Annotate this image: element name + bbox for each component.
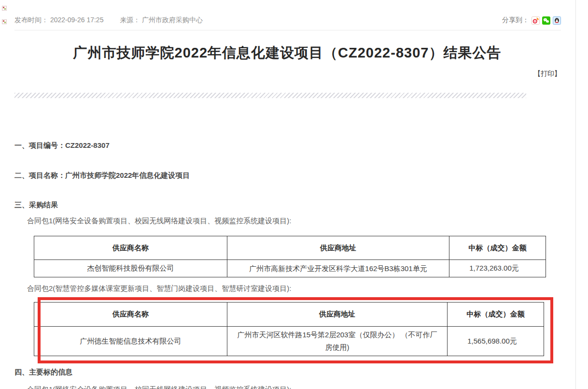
award-amount-cell: 1,565,698.00元 (448, 327, 544, 356)
award-amount-cell: 1,723,263.00元 (449, 260, 546, 277)
package1-result-table: 供应商名称 供应商地址 中标（成交）金额 杰创智能科技股份有限公司 广州市高新技… (34, 236, 546, 277)
section-procurement-result: 三、采购结果 (14, 201, 58, 210)
col-header-supplier-address: 供应商地址 (227, 236, 449, 260)
section-project-name: 二、项目名称：广州市技师学院2022年信息化建设项目 (14, 171, 190, 180)
supplier-address-cell: 广州市高新技术产业开发区科学大道162号B3栋301单元 (227, 260, 449, 277)
col-header-supplier-name: 供应商名称 (34, 236, 227, 260)
section-main-subject-info: 四、主要标的信息 (14, 368, 72, 377)
wechat-share-icon[interactable] (542, 16, 550, 25)
table-header-row: 供应商名称 供应商地址 中标（成交）金额 (34, 303, 544, 327)
supplier-name-cell: 杰创智能科技股份有限公司 (34, 260, 227, 277)
clipped-bottom-text: 合同包1(网络安全设备购置项目、校园无线网络建设项目、视频监控系统建设项目): (27, 385, 292, 389)
supplier-address-cell: 广州市天河区软件路15号第2层203室（仅限办公） （不可作厂房使用) (227, 327, 448, 356)
page-title: 广州市技师学院2022年信息化建设项目（CZ2022-8307）结果公告 (14, 43, 560, 62)
print-button[interactable]: 【打印】 (534, 70, 561, 78)
col-header-supplier-address: 供应商地址 (227, 303, 448, 327)
section-project-number: 一、项目编号：CZ2022-8307 (14, 141, 110, 150)
broken-image-icon (2, 6, 7, 11)
source-value: 广州市政府采购中心 (142, 16, 203, 25)
weibo-share-icon[interactable] (532, 16, 540, 25)
share-label: 分享到： (502, 16, 529, 25)
supplier-name-cell: 广州德生智能信息技术有限公司 (34, 327, 227, 356)
package1-intro: 合同包1(网络安全设备购置项目、校园无线网络建设项目、视频监控系统建设项目): (27, 216, 292, 226)
publish-info: 发布时间： 2022-09-26 17:25 来源： 广州市政府采购中心 (14, 16, 203, 25)
table-row: 杰创智能科技股份有限公司 广州市高新技术产业开发区科学大道162号B3栋301单… (34, 260, 546, 277)
col-header-award-amount: 中标（成交）金额 (448, 303, 544, 327)
table-header-row: 供应商名称 供应商地址 中标（成交）金额 (34, 236, 546, 260)
meta-bar: 发布时间： 2022-09-26 17:25 来源： 广州市政府采购中心 分享到… (14, 15, 561, 25)
package2-intro: 合同包2(智慧管控多媒体课室更新项目、智慧门岗建设项目、智慧研讨室建设项目): (27, 284, 292, 293)
broken-image-icon (2, 19, 7, 24)
hatched-divider (14, 93, 526, 98)
publish-time-label: 发布时间： (14, 16, 48, 25)
table-row: 广州德生智能信息技术有限公司 广州市天河区软件路15号第2层203室（仅限办公）… (34, 327, 544, 356)
col-header-supplier-name: 供应商名称 (34, 303, 227, 327)
meta-divider (14, 30, 561, 30)
col-header-award-amount: 中标（成交）金额 (449, 236, 546, 260)
package2-result-table: 供应商名称 供应商地址 中标（成交）金额 广州德生智能信息技术有限公司 广州市天… (34, 302, 544, 356)
share-group: 分享到： (502, 16, 561, 25)
content-right-border (575, 0, 576, 389)
announcement-page: 发布时间： 2022-09-26 17:25 来源： 广州市政府采购中心 分享到… (0, 0, 588, 389)
publish-time-value: 2022-09-26 17:25 (50, 16, 104, 24)
qq-share-icon[interactable] (553, 16, 561, 25)
source-label: 来源： (120, 16, 140, 25)
